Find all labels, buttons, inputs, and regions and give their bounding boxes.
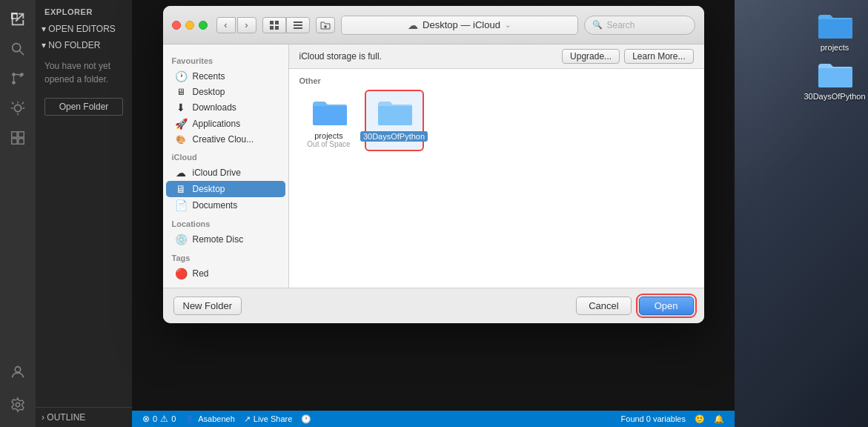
cloud-icon: ☁ (408, 19, 418, 31)
activity-extensions-icon[interactable] (4, 125, 31, 151)
desktop-fav-icon: 🖥 (175, 87, 187, 97)
sidebar-item-downloads[interactable]: ⬇ Downloads (166, 99, 285, 116)
svg-point-11 (15, 367, 20, 372)
downloads-label: Downloads (193, 102, 236, 113)
activity-account-icon[interactable] (4, 359, 31, 385)
sidebar-item-remote-disc[interactable]: 💿 Remote Disc (166, 231, 285, 248)
sidebar-item-desktop-fav[interactable]: 🖥 Desktop (166, 85, 285, 99)
traffic-lights (172, 21, 208, 30)
user-icon: 👤 (185, 414, 195, 424)
projects-folder-label: projects (314, 131, 343, 140)
maximize-window-button[interactable] (199, 21, 208, 30)
projects-folder-icon (310, 96, 348, 128)
recents-icon: 🕐 (175, 70, 187, 82)
sidebar-item-recents[interactable]: 🕐 Recents (166, 68, 285, 85)
svg-point-12 (16, 403, 20, 407)
30days-folder-label: 30DaysOfPython (360, 131, 428, 142)
file-open-dialog: ‹ › ☁ Desktop — iCloud ⌄ (163, 6, 704, 323)
no-folder-chevron: ▾ (42, 40, 48, 50)
sidebar-item-desktop-icloud[interactable]: 🖥 Desktop (166, 181, 285, 197)
folder-item-30days[interactable]: 30DaysOfPython (365, 90, 424, 151)
error-count: 0 (153, 414, 157, 423)
main-area: ‹ › ☁ Desktop — iCloud ⌄ (132, 0, 735, 427)
icon-view-button[interactable] (262, 17, 286, 33)
icloud-drive-icon: ☁ (175, 167, 187, 179)
activity-source-control-icon[interactable] (4, 65, 31, 92)
svg-rect-15 (270, 26, 274, 30)
activity-explorer-icon[interactable] (4, 6, 31, 33)
remote-disc-icon: 💿 (175, 234, 187, 245)
locations-label: Locations (163, 214, 288, 231)
outline-section[interactable]: › OUTLINE (36, 407, 132, 427)
sidebar-item-creative-cloud[interactable]: 🎨 Creative Clou... (166, 132, 285, 147)
live-share-status[interactable]: ↗ Live Share (239, 411, 297, 427)
no-folder-content: You have not yet opened a folder. (36, 53, 132, 92)
status-bar: ⊗ 0 ⚠ 0 👤 Asabeneh ↗ Live Share 🕐 Found … (132, 411, 735, 427)
desktop-icloud-icon: 🖥 (175, 183, 187, 195)
no-folder-section[interactable]: ▾ NO FOLDER (36, 37, 132, 53)
svg-rect-19 (294, 27, 302, 29)
applications-icon: 🚀 (175, 118, 187, 130)
new-folder-button[interactable]: New Folder (173, 297, 242, 315)
warning-icon: ⚠ (160, 414, 168, 424)
search-magnifier-icon: 🔍 (592, 20, 603, 30)
svg-point-5 (12, 81, 16, 85)
sidebar-item-applications[interactable]: 🚀 Applications (166, 116, 285, 132)
minimize-window-button[interactable] (185, 21, 194, 30)
documents-label: Documents (193, 200, 238, 211)
live-share-label: Live Share (254, 414, 293, 423)
desktop-folder-30days[interactable]: 30DaysOfPython (809, 58, 861, 101)
svg-line-2 (20, 51, 24, 56)
activity-debug-icon[interactable] (4, 95, 31, 122)
forward-button[interactable]: › (237, 17, 256, 33)
desktop-area: projects 30DaysOfPython (735, 0, 868, 427)
close-window-button[interactable] (172, 21, 181, 30)
user-name: Asabeneh (198, 414, 235, 423)
dialog-footer: New Folder Cancel Open (163, 288, 704, 323)
list-view-button[interactable] (286, 17, 310, 33)
dialog-body: Favourites 🕐 Recents 🖥 Desktop ⬇ Downloa… (163, 44, 704, 288)
location-bar[interactable]: ☁ Desktop — iCloud ⌄ (341, 16, 578, 35)
back-button[interactable]: ‹ (216, 17, 236, 33)
red-tag-icon: 🔴 (175, 268, 187, 279)
upgrade-button[interactable]: Upgrade... (562, 49, 620, 64)
30days-folder-icon (375, 96, 414, 128)
footer-left: New Folder (173, 297, 242, 315)
sidebar-item-icloud-drive[interactable]: ☁ iCloud Drive (166, 165, 285, 181)
explorer-panel: EXPLORER ▾ OPEN EDITORS ▾ NO FOLDER You … (36, 0, 132, 427)
nav-buttons: ‹ › (216, 17, 256, 33)
cancel-button[interactable]: Cancel (576, 297, 631, 315)
svg-rect-10 (19, 139, 24, 144)
clock-status[interactable]: 🕐 (296, 411, 316, 427)
svg-rect-7 (12, 132, 17, 137)
folder-item-projects[interactable]: projects Out of Space (299, 90, 359, 151)
activity-search-icon[interactable] (4, 36, 31, 62)
activity-settings-icon[interactable] (4, 391, 31, 418)
documents-icon: 📄 (175, 199, 187, 211)
new-folder-titlebar-button[interactable] (316, 17, 335, 33)
projects-folder-sublabel: Out of Space (307, 140, 350, 148)
desktop-folder-projects[interactable]: projects (809, 9, 861, 52)
open-editors-chevron: ▾ (42, 24, 48, 34)
open-editors-label: OPEN EDITORS (48, 24, 115, 34)
error-icon: ⊗ (142, 414, 150, 424)
user-status[interactable]: 👤 Asabeneh (180, 411, 239, 427)
svg-point-1 (13, 44, 21, 52)
open-button[interactable]: Open (639, 297, 694, 315)
search-bar[interactable]: 🔍 Search (584, 16, 695, 35)
bell-status[interactable]: 🔔 (709, 411, 729, 427)
found-variables-status[interactable]: Found 0 variables (617, 411, 690, 427)
open-folder-button[interactable]: Open Folder (44, 98, 123, 116)
errors-status[interactable]: ⊗ 0 ⚠ 0 (138, 411, 180, 427)
sidebar-item-documents[interactable]: 📄 Documents (166, 197, 285, 214)
svg-point-3 (12, 73, 16, 76)
emoji-status[interactable]: 🙂 (690, 411, 709, 427)
open-editors-section[interactable]: ▾ OPEN EDITORS (36, 21, 132, 37)
location-chevron-icon: ⌄ (505, 21, 511, 29)
learn-more-button[interactable]: Learn More... (624, 49, 693, 64)
svg-rect-16 (275, 26, 279, 30)
sidebar-item-red-tag[interactable]: 🔴 Red (166, 265, 285, 282)
search-placeholder: Search (607, 20, 635, 30)
svg-rect-13 (270, 21, 274, 24)
svg-rect-17 (294, 21, 302, 23)
